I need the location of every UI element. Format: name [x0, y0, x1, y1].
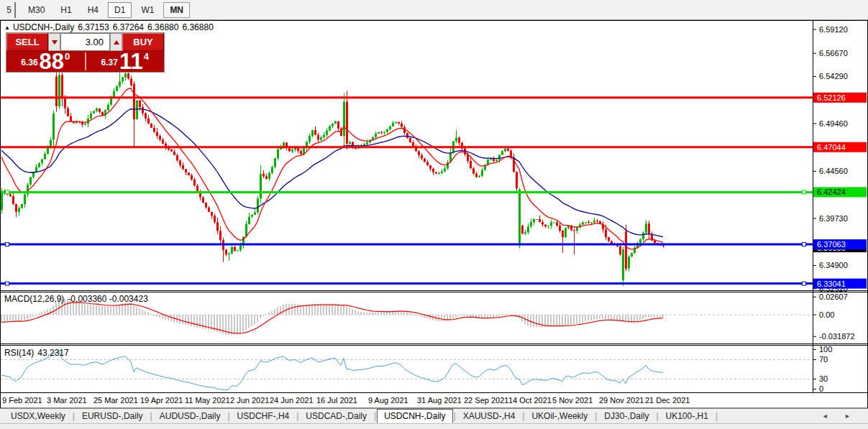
tab-separator: | [595, 411, 597, 421]
ohlc-low: 6.36880 [147, 22, 178, 32]
svg-text:70: 70 [819, 355, 828, 364]
buy-price-point: 4 [144, 51, 149, 62]
chart-tab-audusd-daily[interactable]: AUDUSD-,Daily [153, 410, 227, 423]
svg-text:6.34900: 6.34900 [819, 261, 848, 269]
date-axis[interactable]: 9 Feb 20213 Mar 202125 Mar 202119 Apr 20… [2, 396, 690, 405]
svg-text:9 Feb 2021: 9 Feb 2021 [2, 396, 42, 405]
timeframe-button-d1[interactable]: D1 [108, 2, 132, 18]
chart-tab-xauusd-h4[interactable]: XAUUSD-,H4 [457, 410, 522, 423]
chart-tab-ukoil-weekly[interactable]: UKOil-,Weekly [525, 410, 594, 423]
timeframe-button-5[interactable]: 5 [1, 2, 16, 18]
svg-text:0.00: 0.00 [819, 310, 834, 319]
svg-text:29 Nov 2021: 29 Nov 2021 [599, 396, 644, 405]
tab-separator: | [656, 411, 658, 421]
svg-text:24 Jun 2021: 24 Jun 2021 [270, 396, 314, 405]
sell-price-base: 6.36 [21, 57, 37, 68]
tab-separator: | [73, 411, 75, 421]
ohlc-close: 6.36880 [182, 22, 213, 32]
chart-tab-dj30-daily[interactable]: DJ30-,Daily [598, 410, 655, 423]
svg-text:0: 0 [819, 384, 823, 393]
svg-text:19 Apr 2021: 19 Apr 2021 [140, 396, 183, 405]
timeframe-button-mn[interactable]: MN [163, 2, 190, 18]
timeframe-toolbar: 5M30H1H4D1W1MN [0, 0, 868, 20]
svg-text:6.37063: 6.37063 [817, 240, 846, 249]
tab-separator: | [716, 411, 718, 421]
rsi-value: 43.2317 [37, 348, 68, 358]
svg-text:5 Nov 2021: 5 Nov 2021 [552, 396, 593, 405]
line-anchor-handle[interactable] [6, 282, 9, 285]
svg-text:6.44560: 6.44560 [819, 167, 848, 175]
line-anchor-handle[interactable] [6, 243, 9, 246]
sell-price-point: 0 [65, 51, 70, 62]
chart-ohlc-header: ▲USDCNH-,Daily6.371536.372646.368806.368… [4, 22, 217, 32]
price-tag-6.47044: 6.47044 [813, 142, 867, 152]
svg-text:6.47044: 6.47044 [817, 143, 846, 152]
status-bar [0, 423, 868, 429]
timeframe-button-h4[interactable]: H4 [81, 2, 105, 18]
rsi-name: RSI(14) [4, 348, 34, 358]
svg-text:9 Aug 2021: 9 Aug 2021 [368, 396, 408, 405]
price-tag-6.52126: 6.52126 [813, 93, 867, 103]
macd-pane-label: MACD(12,26,9)-0.003360 -0.003423 [4, 294, 152, 304]
line-anchor-handle[interactable] [803, 282, 806, 285]
line-anchor-handle[interactable] [803, 243, 806, 246]
svg-text:22 Sep 2021: 22 Sep 2021 [464, 396, 508, 405]
svg-text:6.59120: 6.59120 [819, 25, 848, 34]
line-anchor-handle[interactable] [6, 190, 9, 194]
chart-tab-eurusd-daily[interactable]: EURUSD-,Daily [76, 410, 150, 423]
svg-text:2 Jun 2021: 2 Jun 2021 [230, 396, 269, 405]
tab-separator: | [374, 411, 376, 421]
timeframe-button-w1[interactable]: W1 [134, 2, 160, 18]
tab-scroll-arrows[interactable]: ◄ ► [822, 412, 858, 420]
price-tag-6.33041: 6.33041 [813, 279, 867, 289]
svg-text:100: 100 [819, 345, 832, 354]
svg-text:25 Mar 2021: 25 Mar 2021 [93, 396, 138, 405]
chart-tab-usdcad-daily[interactable]: USDCAD-,Daily [299, 410, 373, 423]
svg-text:0.02607: 0.02607 [819, 292, 848, 301]
svg-text:31 Aug 2021: 31 Aug 2021 [417, 396, 462, 405]
chart-tab-uk100-h1[interactable]: UK100-,H1 [659, 410, 715, 423]
svg-text:6.56670: 6.56670 [819, 49, 848, 57]
svg-text:14 Oct 2021: 14 Oct 2021 [508, 396, 552, 405]
one-click-trading-panel: SELL 3.00 BUY 6.36880 6.37114 [6, 32, 165, 73]
svg-text:3 Mar 2021: 3 Mar 2021 [47, 396, 87, 405]
svg-text:6.49460: 6.49460 [819, 119, 848, 128]
tab-separator: | [227, 411, 229, 421]
svg-text:21 Dec 2021: 21 Dec 2021 [645, 396, 690, 405]
rsi-pane-label: RSI(14)43.2317 [4, 348, 73, 358]
line-anchor-handle[interactable] [803, 190, 806, 194]
timeframe-button-m30[interactable]: M30 [22, 2, 51, 18]
volume-input[interactable]: 3.00 [60, 33, 110, 51]
chart-tab-usdcnh-daily[interactable]: USDCNH-,Daily [377, 409, 452, 423]
tab-separator: | [296, 411, 298, 421]
svg-text:30: 30 [819, 374, 828, 383]
tab-separator: | [522, 411, 524, 421]
ohlc-open: 6.37153 [78, 22, 109, 32]
svg-text:6.52126: 6.52126 [817, 93, 846, 102]
ohlc-high: 6.37264 [113, 22, 144, 32]
buy-price-pips: 11 [119, 52, 143, 70]
triangle-up-icon [114, 40, 119, 45]
svg-text:6.39730: 6.39730 [819, 214, 848, 223]
svg-text:6.33041: 6.33041 [817, 280, 846, 288]
trade-panel-prices: 6.36880 6.37114 [6, 51, 164, 72]
sell-price-display[interactable]: 6.36880 [6, 51, 85, 72]
chart-tab-bar: USDX,Weekly|EURUSD-,Daily|AUDUSD-,Daily|… [0, 408, 868, 423]
timeframe-button-h1[interactable]: H1 [54, 2, 78, 18]
svg-text:6.42424: 6.42424 [817, 188, 846, 196]
tab-separator: | [150, 411, 152, 421]
macd-values: -0.003360 -0.003423 [68, 294, 147, 304]
svg-text:16 Jul 2021: 16 Jul 2021 [316, 396, 357, 405]
sell-price-pips: 88 [40, 52, 64, 70]
buy-price-display[interactable]: 6.37114 [86, 51, 165, 72]
chart-tab-usdchf-h4[interactable]: USDCHF-,H4 [231, 410, 296, 423]
chart-tab-usdx-weekly[interactable]: USDX,Weekly [4, 410, 72, 423]
collapse-chart-icon[interactable]: ▲ [4, 24, 10, 31]
tab-separator: | [454, 411, 456, 421]
triangle-down-icon [52, 40, 58, 45]
buy-price-base: 6.37 [101, 57, 118, 68]
svg-text:11 May 2021: 11 May 2021 [185, 396, 230, 405]
price-tag-6.42424: 6.42424 [813, 187, 867, 197]
svg-text:-0.031872: -0.031872 [819, 332, 855, 341]
svg-text:6.54290: 6.54290 [819, 72, 848, 80]
